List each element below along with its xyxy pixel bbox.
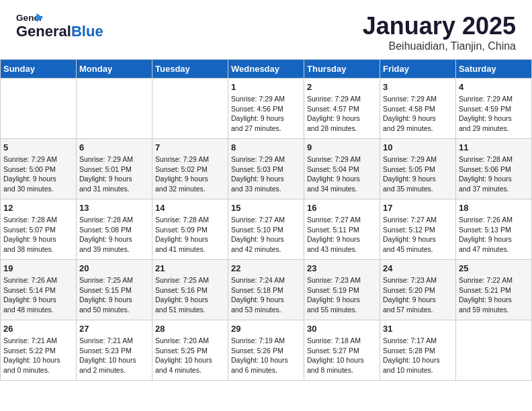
day-cell: 30Sunrise: 7:18 AM Sunset: 5:27 PM Dayli… [304, 320, 380, 381]
day-cell: 27Sunrise: 7:21 AM Sunset: 5:23 PM Dayli… [77, 320, 152, 381]
week-row-3: 19Sunrise: 7:26 AM Sunset: 5:14 PM Dayli… [1, 260, 532, 320]
day-cell: 22Sunrise: 7:24 AM Sunset: 5:18 PM Dayli… [228, 260, 304, 320]
day-cell [152, 79, 228, 139]
day-info: Sunrise: 7:28 AM Sunset: 5:06 PM Dayligh… [459, 154, 529, 194]
weekday-header: SundayMondayTuesdayWednesdayThursdayFrid… [1, 60, 532, 79]
day-number: 31 [383, 324, 453, 334]
title-block: January 2025 Beihuaidian, Tianjin, China [363, 12, 516, 52]
day-cell: 25Sunrise: 7:22 AM Sunset: 5:21 PM Dayli… [456, 260, 532, 320]
day-cell: 13Sunrise: 7:28 AM Sunset: 5:08 PM Dayli… [77, 199, 152, 260]
day-number: 18 [459, 203, 529, 213]
day-number: 12 [3, 203, 73, 213]
day-cell: 3Sunrise: 7:29 AM Sunset: 4:58 PM Daylig… [380, 79, 456, 139]
day-info: Sunrise: 7:28 AM Sunset: 5:08 PM Dayligh… [79, 215, 149, 255]
day-info: Sunrise: 7:28 AM Sunset: 5:07 PM Dayligh… [3, 215, 73, 255]
day-info: Sunrise: 7:22 AM Sunset: 5:21 PM Dayligh… [459, 275, 529, 315]
day-info: Sunrise: 7:25 AM Sunset: 5:15 PM Dayligh… [79, 275, 149, 315]
day-cell: 5Sunrise: 7:29 AM Sunset: 5:00 PM Daylig… [1, 139, 77, 199]
day-number: 15 [231, 203, 301, 213]
day-cell: 26Sunrise: 7:21 AM Sunset: 5:22 PM Dayli… [1, 320, 77, 381]
day-cell [1, 79, 77, 139]
day-cell: 7Sunrise: 7:29 AM Sunset: 5:02 PM Daylig… [152, 139, 228, 199]
weekday-tuesday: Tuesday [152, 60, 228, 79]
week-row-2: 12Sunrise: 7:28 AM Sunset: 5:07 PM Dayli… [1, 199, 532, 260]
day-info: Sunrise: 7:21 AM Sunset: 5:22 PM Dayligh… [3, 336, 73, 375]
day-info: Sunrise: 7:27 AM Sunset: 5:11 PM Dayligh… [307, 215, 377, 255]
day-info: Sunrise: 7:29 AM Sunset: 5:04 PM Dayligh… [307, 154, 377, 194]
day-number: 29 [231, 324, 301, 334]
month-title: January 2025 [363, 12, 516, 40]
day-number: 5 [3, 142, 73, 152]
day-number: 10 [383, 142, 453, 152]
day-number: 30 [307, 324, 377, 334]
day-info: Sunrise: 7:23 AM Sunset: 5:20 PM Dayligh… [383, 275, 453, 315]
day-number: 23 [307, 263, 377, 273]
weekday-saturday: Saturday [456, 60, 532, 79]
weekday-friday: Friday [380, 60, 456, 79]
day-number: 14 [155, 203, 225, 213]
location: Beihuaidian, Tianjin, China [363, 40, 516, 52]
day-cell: 2Sunrise: 7:29 AM Sunset: 4:57 PM Daylig… [304, 79, 380, 139]
day-info: Sunrise: 7:29 AM Sunset: 4:57 PM Dayligh… [307, 94, 377, 134]
day-number: 4 [459, 82, 529, 92]
weekday-monday: Monday [77, 60, 152, 79]
day-number: 6 [79, 142, 149, 152]
day-cell: 20Sunrise: 7:25 AM Sunset: 5:15 PM Dayli… [77, 260, 152, 320]
day-number: 28 [155, 324, 225, 334]
day-number: 16 [307, 203, 377, 213]
day-info: Sunrise: 7:27 AM Sunset: 5:10 PM Dayligh… [231, 215, 301, 255]
day-info: Sunrise: 7:23 AM Sunset: 5:19 PM Dayligh… [307, 275, 377, 315]
day-cell: 31Sunrise: 7:17 AM Sunset: 5:28 PM Dayli… [380, 320, 456, 381]
week-row-1: 5Sunrise: 7:29 AM Sunset: 5:00 PM Daylig… [1, 139, 532, 199]
day-info: Sunrise: 7:25 AM Sunset: 5:16 PM Dayligh… [155, 275, 225, 315]
day-cell: 23Sunrise: 7:23 AM Sunset: 5:19 PM Dayli… [304, 260, 380, 320]
day-cell: 16Sunrise: 7:27 AM Sunset: 5:11 PM Dayli… [304, 199, 380, 260]
day-number: 3 [383, 82, 453, 92]
day-number: 2 [307, 82, 377, 92]
day-number: 26 [3, 324, 73, 334]
day-cell: 28Sunrise: 7:20 AM Sunset: 5:25 PM Dayli… [152, 320, 228, 381]
week-row-0: 1Sunrise: 7:29 AM Sunset: 4:56 PM Daylig… [1, 79, 532, 139]
day-info: Sunrise: 7:24 AM Sunset: 5:18 PM Dayligh… [231, 275, 301, 315]
day-cell: 12Sunrise: 7:28 AM Sunset: 5:07 PM Dayli… [1, 199, 77, 260]
day-info: Sunrise: 7:29 AM Sunset: 4:59 PM Dayligh… [459, 94, 529, 134]
weekday-sunday: Sunday [1, 60, 77, 79]
day-cell: 8Sunrise: 7:29 AM Sunset: 5:03 PM Daylig… [228, 139, 304, 199]
day-info: Sunrise: 7:29 AM Sunset: 4:58 PM Dayligh… [383, 94, 453, 134]
day-number: 1 [231, 82, 301, 92]
weekday-thursday: Thursday [304, 60, 380, 79]
day-info: Sunrise: 7:20 AM Sunset: 5:25 PM Dayligh… [155, 336, 225, 375]
logo-blue: Blue [71, 23, 103, 40]
day-cell: 18Sunrise: 7:26 AM Sunset: 5:13 PM Dayli… [456, 199, 532, 260]
day-number: 17 [383, 203, 453, 213]
calendar-body: 1Sunrise: 7:29 AM Sunset: 4:56 PM Daylig… [1, 79, 532, 381]
day-cell: 9Sunrise: 7:29 AM Sunset: 5:04 PM Daylig… [304, 139, 380, 199]
day-info: Sunrise: 7:29 AM Sunset: 5:00 PM Dayligh… [3, 154, 73, 194]
day-info: Sunrise: 7:29 AM Sunset: 5:01 PM Dayligh… [79, 154, 149, 194]
day-number: 7 [155, 142, 225, 152]
day-info: Sunrise: 7:26 AM Sunset: 5:13 PM Dayligh… [459, 215, 529, 255]
day-cell: 19Sunrise: 7:26 AM Sunset: 5:14 PM Dayli… [1, 260, 77, 320]
logo-general: General [16, 23, 71, 40]
day-cell: 11Sunrise: 7:28 AM Sunset: 5:06 PM Dayli… [456, 139, 532, 199]
day-number: 25 [459, 263, 529, 273]
day-number: 11 [459, 142, 529, 152]
header: General General Blue January 2025 Beihua… [0, 0, 532, 59]
day-cell: 4Sunrise: 7:29 AM Sunset: 4:59 PM Daylig… [456, 79, 532, 139]
day-info: Sunrise: 7:21 AM Sunset: 5:23 PM Dayligh… [79, 336, 149, 375]
day-info: Sunrise: 7:29 AM Sunset: 5:05 PM Dayligh… [383, 154, 453, 194]
day-cell [456, 320, 532, 381]
day-number: 27 [79, 324, 149, 334]
day-info: Sunrise: 7:29 AM Sunset: 5:02 PM Dayligh… [155, 154, 225, 194]
day-number: 13 [79, 203, 149, 213]
day-cell: 24Sunrise: 7:23 AM Sunset: 5:20 PM Dayli… [380, 260, 456, 320]
day-cell: 29Sunrise: 7:19 AM Sunset: 5:26 PM Dayli… [228, 320, 304, 381]
day-number: 8 [231, 142, 301, 152]
day-info: Sunrise: 7:29 AM Sunset: 4:56 PM Dayligh… [231, 94, 301, 134]
day-number: 9 [307, 142, 377, 152]
day-number: 24 [383, 263, 453, 273]
day-number: 21 [155, 263, 225, 273]
day-info: Sunrise: 7:17 AM Sunset: 5:28 PM Dayligh… [383, 336, 453, 375]
day-info: Sunrise: 7:19 AM Sunset: 5:26 PM Dayligh… [231, 336, 301, 375]
day-number: 22 [231, 263, 301, 273]
